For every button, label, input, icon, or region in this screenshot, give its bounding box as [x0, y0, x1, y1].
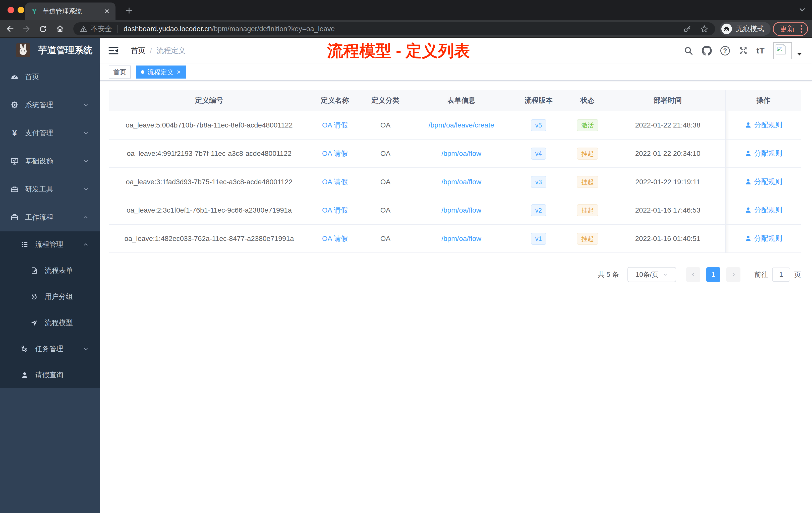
- form-link[interactable]: /bpm/oa/leave/create: [429, 121, 494, 129]
- sidebar-item-label: 支付管理: [25, 128, 53, 138]
- assign-rule-button[interactable]: 分配规则: [745, 120, 782, 130]
- browser-toolbar: 不安全 dashboard.yudao.iocoder.cn/bpm/manag…: [0, 20, 812, 38]
- next-page-button[interactable]: [726, 267, 741, 282]
- new-tab-button[interactable]: [123, 5, 135, 16]
- page-size-select[interactable]: 10条/页: [628, 267, 676, 282]
- browser-tabbar: 芋道管理系统: [0, 0, 812, 20]
- sidebar-item-system[interactable]: 系统管理: [0, 91, 100, 119]
- sidebar-item-process-model[interactable]: 流程模型: [0, 310, 100, 336]
- sidebar-item-infrastructure[interactable]: 基础设施: [0, 147, 100, 175]
- breadcrumb-current: 流程定义: [156, 46, 185, 56]
- home-icon[interactable]: [55, 24, 65, 34]
- definition-name-link[interactable]: OA 请假: [322, 178, 348, 186]
- tree-branch-icon: [20, 345, 30, 353]
- logo-rabbit-avatar: [16, 43, 30, 57]
- sidebar-item-payment[interactable]: ¥ 支付管理: [0, 119, 100, 147]
- breadcrumb: 首页 / 流程定义: [131, 46, 185, 56]
- definition-name-link[interactable]: OA 请假: [322, 150, 348, 157]
- insecure-label[interactable]: 不安全: [91, 24, 112, 34]
- assign-rule-button[interactable]: 分配规则: [745, 205, 782, 215]
- assign-rule-button[interactable]: 分配规则: [745, 149, 782, 158]
- goto-page-input[interactable]: [772, 268, 790, 281]
- version-badge: v3: [531, 176, 546, 188]
- current-page-button[interactable]: 1: [706, 267, 720, 282]
- prev-page-button[interactable]: [686, 267, 700, 282]
- definition-name-link[interactable]: OA 请假: [322, 206, 348, 214]
- yen-icon: ¥: [9, 128, 20, 138]
- sidebar-item-label: 流程模型: [45, 318, 73, 328]
- form-link[interactable]: /bpm/oa/flow: [441, 206, 481, 214]
- sidebar-item-devtools[interactable]: 研发工具: [0, 175, 100, 203]
- help-icon[interactable]: ?: [720, 46, 730, 56]
- back-icon[interactable]: [5, 24, 15, 34]
- assign-rule-button[interactable]: 分配规则: [745, 177, 782, 186]
- definition-name-link[interactable]: OA 请假: [322, 121, 348, 129]
- cell-deploy-time: 2022-01-16 01:40:51: [610, 224, 726, 253]
- github-icon[interactable]: [702, 46, 712, 56]
- forward-icon[interactable]: [22, 24, 31, 34]
- form-link[interactable]: /bpm/oa/flow: [441, 235, 481, 242]
- tab-close-icon[interactable]: [104, 8, 110, 14]
- pagination-total: 共 5 条: [598, 270, 619, 279]
- browser-update-button[interactable]: 更新: [773, 22, 808, 36]
- sidebar-item-leave-query[interactable]: 请假查询: [0, 362, 100, 388]
- browser-tab[interactable]: 芋道管理系统: [25, 2, 116, 20]
- table-row: oa_leave:4:991f2193-7b7f-11ec-a3c8-acde4…: [109, 139, 801, 168]
- url-text[interactable]: dashboard.yudao.iocoder.cn/bpm/manager/d…: [123, 25, 335, 33]
- minimize-window-button[interactable]: [18, 7, 24, 13]
- chevron-down-icon: [83, 130, 89, 136]
- sidebar-item-process-management[interactable]: 流程管理: [0, 232, 100, 258]
- sidebar-logo[interactable]: 芋道管理系统: [0, 38, 100, 63]
- sidebar-item-label: 首页: [25, 72, 39, 82]
- address-bar[interactable]: 不安全 dashboard.yudao.iocoder.cn/bpm/manag…: [73, 22, 715, 35]
- tag-home[interactable]: 首页: [109, 65, 131, 79]
- status-badge: 挂起: [577, 204, 598, 216]
- cell-definition-id: oa_leave:5:004b710b-7b8a-11ec-8ef0-acde4…: [109, 111, 310, 139]
- app-header: 首页 / 流程定义 流程模型 - 定义列表 ? tT: [100, 38, 812, 64]
- sidebar-item-process-form[interactable]: 流程表单: [0, 258, 100, 283]
- sidebar-item-label: 研发工具: [25, 184, 53, 194]
- form-link[interactable]: /bpm/oa/flow: [441, 150, 481, 157]
- paper-plane-icon: [29, 319, 39, 327]
- sidebar-item-label: 任务管理: [35, 344, 63, 354]
- password-key-icon[interactable]: [683, 25, 692, 33]
- avatar-broken-image[interactable]: [773, 42, 792, 59]
- tag-process-definition[interactable]: 流程定义: [136, 65, 186, 79]
- sidebar-item-task-management[interactable]: 任务管理: [0, 336, 100, 362]
- header-actions: ? tT: [684, 38, 802, 64]
- dashboard-icon: [9, 72, 20, 81]
- browser-menu-dots-icon[interactable]: [800, 24, 803, 34]
- sidebar-item-home[interactable]: 首页: [0, 63, 100, 91]
- font-size-icon[interactable]: tT: [756, 46, 765, 56]
- cell-category: OA: [360, 196, 410, 224]
- tag-close-icon[interactable]: [176, 70, 181, 74]
- user-menu-caret-icon[interactable]: [797, 53, 802, 56]
- sidebar-collapse-icon[interactable]: [108, 46, 119, 56]
- fullscreen-icon[interactable]: [738, 46, 748, 56]
- col-header-actions: 操作: [726, 90, 801, 111]
- breadcrumb-home[interactable]: 首页: [131, 46, 145, 56]
- col-header-definition-name: 定义名称: [310, 90, 360, 111]
- definition-name-link[interactable]: OA 请假: [322, 235, 348, 242]
- sidebar-item-user-group[interactable]: 用户分组: [0, 283, 100, 310]
- tab-search-chevron-icon[interactable]: [798, 5, 807, 14]
- close-window-button[interactable]: [7, 7, 14, 13]
- assign-rule-button[interactable]: 分配规则: [745, 234, 782, 243]
- table-row: oa_leave:2:3c1f0ef1-76b1-11ec-9c66-a2380…: [109, 196, 801, 224]
- app-shell: 芋道管理系统 首页 系统管理 ¥: [0, 38, 812, 513]
- search-icon[interactable]: [684, 46, 693, 56]
- sidebar-item-label: 流程表单: [45, 266, 73, 275]
- tag-label: 首页: [113, 68, 126, 77]
- workflow-submenu: 流程管理 流程表单 用户分组: [0, 232, 100, 388]
- definition-table: 定义编号 定义名称 定义分类 表单信息 流程版本 状态 部署时间 操作 oa_l: [109, 90, 801, 253]
- form-link[interactable]: /bpm/oa/flow: [441, 178, 481, 186]
- person-icon: [20, 371, 30, 379]
- bookmark-star-icon[interactable]: [700, 25, 708, 33]
- version-badge: v5: [531, 119, 546, 131]
- update-label[interactable]: 更新: [780, 24, 795, 34]
- sidebar-item-workflow[interactable]: 工作流程: [0, 203, 100, 232]
- address-separator: [117, 25, 118, 33]
- reload-icon[interactable]: [38, 24, 48, 34]
- url-host: dashboard.yudao.iocoder.cn: [123, 25, 212, 33]
- table-row: oa_leave:3:1fad3d93-7b75-11ec-a3c8-acde4…: [109, 168, 801, 196]
